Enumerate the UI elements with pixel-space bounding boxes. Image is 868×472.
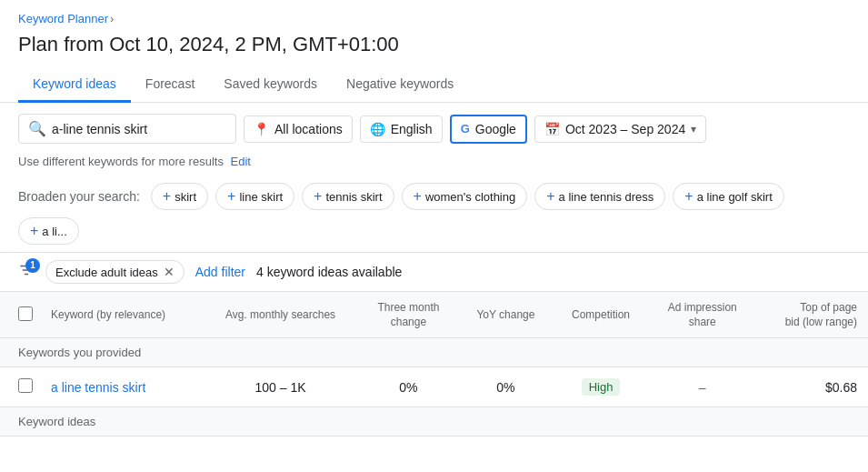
section-title-ideas: Keyword ideas bbox=[0, 407, 868, 437]
broaden-chip-a-line-golf-skirt[interactable]: + a line golf skirt bbox=[673, 183, 783, 210]
th-keyword: Keyword (by relevance) bbox=[40, 292, 202, 338]
th-competition: Competition bbox=[554, 292, 649, 338]
search-icon: 🔍 bbox=[28, 120, 46, 137]
plus-icon: + bbox=[163, 188, 171, 205]
section-ideas: Keyword ideas bbox=[0, 407, 868, 437]
competition-cell: High bbox=[554, 367, 649, 407]
filter-badge: 1 bbox=[25, 258, 40, 273]
th-yoy: YoY change bbox=[458, 292, 554, 338]
breadcrumb: Keyword Planner› bbox=[0, 0, 868, 29]
language-filter[interactable]: 🌐 English bbox=[360, 115, 443, 143]
tab-keyword-ideas[interactable]: Keyword ideas bbox=[18, 67, 131, 103]
plus-icon: + bbox=[227, 188, 235, 205]
hint-bar: Use different keywords for more results … bbox=[0, 155, 868, 176]
competition-badge: High bbox=[582, 378, 621, 396]
chip-label-a-li: a li... bbox=[42, 225, 66, 238]
th-ad-impression: Ad impression share bbox=[648, 292, 756, 338]
th-avg-monthly: Avg. monthly searches bbox=[202, 292, 358, 338]
broaden-chip-womens-clothing[interactable]: + women's clothing bbox=[402, 183, 528, 210]
table-header-row: Keyword (by relevance) Avg. monthly sear… bbox=[0, 292, 868, 338]
plus-icon: + bbox=[314, 188, 322, 205]
plus-icon: + bbox=[546, 188, 554, 205]
location-filter[interactable]: 📍 All locations bbox=[244, 115, 353, 143]
filter-button[interactable]: 1 bbox=[18, 262, 35, 283]
yoy-cell: 0% bbox=[458, 367, 554, 407]
keyword-table: Keyword (by relevance) Avg. monthly sear… bbox=[0, 292, 868, 437]
location-label: All locations bbox=[274, 122, 343, 136]
network-filter[interactable]: G Google bbox=[450, 115, 527, 144]
chip-label-tennis-skirt: tennis skirt bbox=[325, 190, 382, 204]
ideas-count: 4 keyword ideas available bbox=[256, 265, 402, 279]
row-checkbox[interactable] bbox=[18, 378, 33, 393]
broaden-label: Broaden your search: bbox=[18, 189, 140, 204]
th-checkbox bbox=[0, 292, 40, 338]
date-label: Oct 2023 – Sep 2024 bbox=[565, 122, 685, 136]
select-all-checkbox[interactable] bbox=[18, 306, 33, 321]
tab-forecast[interactable]: Forecast bbox=[131, 67, 209, 103]
exclude-label: Exclude adult ideas bbox=[55, 266, 158, 279]
filter-bar: 1 Exclude adult ideas ✕ Add filter 4 key… bbox=[0, 252, 868, 291]
section-title-provided: Keywords you provided bbox=[0, 338, 868, 367]
ad-impression-cell: – bbox=[648, 367, 756, 407]
search-box[interactable]: 🔍 bbox=[18, 114, 236, 144]
plus-icon: + bbox=[414, 188, 422, 205]
tabs-bar: Keyword ideas Forecast Saved keywords Ne… bbox=[0, 67, 868, 103]
chevron-down-icon: ▾ bbox=[691, 123, 696, 136]
broaden-chip-a-li[interactable]: + a li... bbox=[18, 217, 79, 245]
add-filter-button[interactable]: Add filter bbox=[195, 265, 245, 279]
th-top-bid-low: Top of page bid (low range) bbox=[756, 292, 868, 338]
top-bid-low-cell: $0.68 bbox=[756, 367, 868, 407]
keyword-cell: a line tennis skirt bbox=[40, 367, 202, 407]
page-title: Plan from Oct 10, 2024, 2 PM, GMT+01:00 bbox=[0, 29, 868, 67]
close-icon[interactable]: ✕ bbox=[164, 265, 175, 279]
network-label: Google bbox=[475, 122, 516, 136]
keyword-table-wrap: Keyword (by relevance) Avg. monthly sear… bbox=[0, 291, 868, 437]
broaden-bar: Broaden your search: + skirt + line skir… bbox=[0, 176, 868, 252]
three-month-cell: 0% bbox=[359, 367, 458, 407]
search-input[interactable] bbox=[52, 122, 226, 136]
broaden-chip-tennis-skirt[interactable]: + tennis skirt bbox=[302, 183, 394, 210]
table-row: a line tennis skirt 100 – 1K 0% 0% High … bbox=[0, 367, 868, 407]
tab-negative-keywords[interactable]: Negative keywords bbox=[332, 67, 468, 103]
section-provided: Keywords you provided bbox=[0, 338, 868, 367]
row-checkbox-cell bbox=[0, 367, 40, 407]
tab-saved-keywords[interactable]: Saved keywords bbox=[209, 67, 332, 103]
chip-label-a-line-tennis-dress: a line tennis dress bbox=[559, 190, 654, 204]
breadcrumb-link[interactable]: Keyword Planner bbox=[18, 12, 108, 25]
hint-text: Use different keywords for more results bbox=[18, 155, 224, 168]
plus-icon: + bbox=[30, 223, 38, 239]
date-filter[interactable]: 📅 Oct 2023 – Sep 2024 ▾ bbox=[534, 115, 706, 143]
broaden-chip-skirt[interactable]: + skirt bbox=[151, 183, 208, 210]
edit-link[interactable]: Edit bbox=[231, 155, 251, 168]
chip-label-skirt: skirt bbox=[175, 190, 196, 204]
breadcrumb-chevron: › bbox=[110, 12, 114, 25]
chip-label-womens-clothing: women's clothing bbox=[425, 190, 515, 204]
broaden-chip-line-skirt[interactable]: + line skirt bbox=[215, 183, 294, 210]
exclude-adult-chip: Exclude adult ideas ✕ bbox=[45, 260, 185, 284]
keyword-link[interactable]: a line tennis skirt bbox=[51, 380, 145, 395]
google-icon: G bbox=[461, 122, 470, 136]
th-three-month: Three month change bbox=[359, 292, 458, 338]
plus-icon: + bbox=[684, 188, 693, 205]
avg-monthly-cell: 100 – 1K bbox=[202, 367, 358, 407]
language-label: English bbox=[391, 122, 433, 136]
chip-label-line-skirt: line skirt bbox=[239, 190, 283, 204]
calendar-icon: 📅 bbox=[544, 122, 560, 136]
location-icon: 📍 bbox=[254, 122, 269, 136]
toolbar: 🔍 📍 All locations 🌐 English G Google 📅 O… bbox=[0, 103, 868, 155]
language-icon: 🌐 bbox=[370, 122, 385, 136]
chip-label-a-line-golf-skirt: a line golf skirt bbox=[697, 190, 773, 204]
broaden-chip-a-line-tennis-dress[interactable]: + a line tennis dress bbox=[534, 183, 665, 210]
